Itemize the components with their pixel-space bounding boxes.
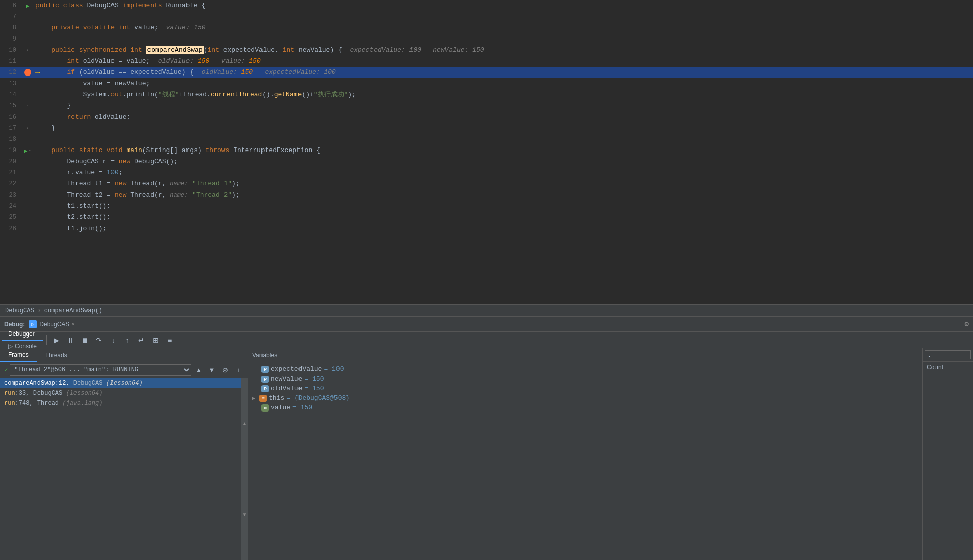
expand-icon[interactable]: ▶	[252, 395, 255, 401]
code-content: public class DebugCAS implements Runnabl…	[35, 0, 973, 11]
code-content: Thread t2 = new Thread(r, name: "Thread …	[35, 190, 973, 201]
code-content: }	[35, 123, 973, 134]
variables-header: Variables	[248, 348, 922, 362]
code-line-10: 10◦ public synchronized int compareAndSw…	[0, 45, 973, 56]
scroll-up-btn[interactable]: ▲	[241, 378, 248, 469]
frames-panel: Frames Threads ✓ "Thread 2"@506 ... "mai…	[0, 348, 248, 560]
tab-frames[interactable]: Frames	[0, 348, 37, 362]
toolbar-step-into-btn[interactable]: ↓	[106, 334, 120, 346]
variable-type-icon: P	[261, 366, 269, 373]
code-line-7: 7	[0, 11, 973, 22]
line-gutter	[20, 69, 35, 76]
code-content: System.out.println("线程"+Thread.currentTh…	[35, 89, 973, 100]
line-number: 13	[0, 80, 20, 87]
code-line-16: 16 return oldValue;	[0, 111, 973, 123]
toolbar-step-out-btn[interactable]: ↑	[121, 334, 134, 346]
code-editor: 6▶public class DebugCAS implements Runna…	[0, 0, 973, 304]
toolbar-tab-debugger[interactable]: Debugger	[2, 328, 43, 341]
code-line-17: 17◦ }	[0, 123, 973, 134]
toolbar-evaluate-btn[interactable]: ⊞	[149, 334, 162, 346]
code-line-18: 18	[0, 134, 973, 145]
variable-item: PexpectedValue = 100	[248, 364, 922, 374]
frame-item[interactable]: compareAndSwap:12, DebugCAS (lesson64)	[0, 378, 241, 388]
thread-check-icon: ✓	[4, 366, 8, 374]
thread-dropdown[interactable]: "Thread 2"@506 ... "main": RUNNING	[10, 364, 191, 376]
toolbar-trace-btn[interactable]: ≡	[163, 334, 176, 346]
code-content: r.value = 100;	[35, 167, 973, 178]
code-content: value = newValue;	[35, 78, 973, 89]
code-content: t2.start();	[35, 212, 973, 223]
line-gutter: ◦	[20, 48, 35, 53]
line-number: 16	[0, 114, 20, 121]
line-number: 20	[0, 158, 20, 165]
scroll-down-btn[interactable]: ▼	[241, 469, 248, 561]
line-gutter: ▶◦	[20, 147, 35, 154]
fold-icon[interactable]: ◦	[26, 126, 29, 131]
breakpoint-icon[interactable]	[24, 69, 31, 76]
frame-item[interactable]: run:33, DebugCAS (lesson64)	[0, 388, 241, 398]
line-number: 6	[0, 2, 20, 9]
variables-panel: Variables PexpectedValue = 100PnewValue …	[248, 348, 922, 560]
run-arrow-icon: ▶	[26, 3, 30, 9]
thread-down-btn[interactable]: ▼	[206, 364, 217, 376]
code-line-13: 13 value = newValue;	[0, 78, 973, 89]
frame-item[interactable]: run:748, Thread (java.lang)	[0, 398, 241, 408]
toolbar-step-over-btn[interactable]: ↷	[92, 334, 105, 346]
line-number: 17	[0, 125, 20, 132]
line-number: 12	[0, 69, 20, 76]
toolbar-pause-btn[interactable]: ⏸	[64, 334, 77, 346]
variable-type-icon: ≡	[259, 395, 267, 402]
line-number: 22	[0, 180, 20, 188]
toolbar-run-to-cursor-btn[interactable]: ↵	[135, 334, 148, 346]
frame-list: compareAndSwap:12, DebugCAS (lesson64)ru…	[0, 378, 241, 560]
fold-icon[interactable]: ◦	[26, 48, 29, 53]
breadcrumb: DebugCAS › compareAndSwap()	[0, 304, 973, 316]
breadcrumb-method: compareAndSwap()	[44, 307, 102, 314]
settings-icon[interactable]: ⚙	[965, 320, 969, 328]
line-number: 15	[0, 102, 20, 109]
thread-up-btn[interactable]: ▲	[193, 364, 204, 376]
line-gutter: ◦	[20, 126, 35, 131]
code-line-19: 19▶◦ public static void main(String[] ar…	[0, 145, 973, 156]
line-number: 8	[0, 24, 20, 31]
code-line-9: 9	[0, 33, 973, 45]
toolbar-resume-btn[interactable]: ▶	[50, 334, 63, 346]
scroll-buttons: ▲ ▼	[241, 378, 248, 560]
variable-item: PoldValue = 150	[248, 384, 922, 393]
variable-value: = 100	[324, 365, 344, 373]
frame-list-container: compareAndSwap:12, DebugCAS (lesson64)ru…	[0, 378, 248, 560]
code-content: public synchronized int compareAndSwap(i…	[35, 45, 973, 56]
variable-type-icon: P	[261, 385, 269, 392]
line-gutter: ▶	[20, 3, 35, 9]
code-line-20: 20 DebugCAS r = new DebugCAS();	[0, 156, 973, 167]
thread-add-btn[interactable]: +	[233, 364, 244, 376]
code-content: private volatile int value; value: 150	[35, 22, 973, 33]
fold-icon[interactable]: ◦	[28, 148, 31, 154]
variable-name: newValue	[271, 375, 302, 383]
debug-tab-name[interactable]: DebugCAS	[39, 321, 69, 328]
variable-type-icon: P	[261, 376, 269, 383]
code-line-26: 26 t1.join();	[0, 223, 973, 234]
line-number: 7	[0, 13, 20, 20]
memory-search-input[interactable]	[925, 350, 971, 359]
variable-item[interactable]: ▶≡this = {DebugCAS@508}	[248, 393, 922, 403]
fold-icon[interactable]: ◦	[26, 103, 29, 109]
code-line-14: 14 System.out.println("线程"+Thread.curren…	[0, 89, 973, 100]
debug-tab-icon: ▷	[29, 320, 37, 328]
variable-item: PnewValue = 150	[248, 374, 922, 384]
code-line-11: 11 int oldValue = value; oldValue: 150 v…	[0, 56, 973, 67]
variable-type-icon: ∞	[261, 404, 269, 412]
variable-value: = 150	[304, 375, 324, 383]
breadcrumb-class: DebugCAS	[5, 307, 34, 314]
line-number: 21	[0, 169, 20, 176]
line-number: 19	[0, 147, 20, 154]
code-line-15: 15◦ }	[0, 100, 973, 111]
thread-filter-btn[interactable]: ⊘	[219, 364, 231, 376]
line-number: 23	[0, 192, 20, 199]
debug-tab-close[interactable]: ✕	[71, 321, 75, 327]
debug-label: Debug:	[4, 321, 25, 328]
code-line-24: 24 t1.start();	[0, 201, 973, 212]
tab-threads[interactable]: Threads	[37, 348, 76, 362]
variables-label: Variables	[252, 352, 277, 359]
toolbar-stop-btn[interactable]: ⏹	[78, 334, 91, 346]
